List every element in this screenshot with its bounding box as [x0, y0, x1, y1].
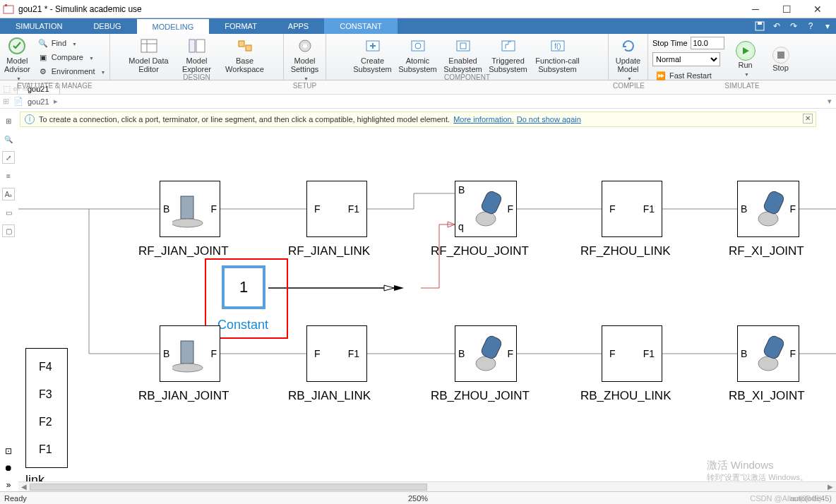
stop-icon — [772, 47, 789, 64]
tab-modeling[interactable]: MODELING — [137, 18, 210, 34]
stop-button[interactable]: Stop — [767, 45, 795, 72]
tab-apps[interactable]: APPS — [273, 18, 324, 34]
more-info-link[interactable]: More information. — [453, 115, 514, 124]
expand-icon[interactable]: » — [6, 480, 11, 490]
image-icon[interactable]: ▭ — [2, 206, 15, 219]
minimize-button[interactable]: ─ — [740, 1, 771, 18]
svg-rect-10 — [239, 41, 244, 47]
model-icon: 📄 — [13, 97, 23, 106]
play-icon — [736, 41, 756, 61]
maximize-button[interactable]: ☐ — [771, 1, 802, 18]
nav-collapse-icon[interactable]: ⊞ — [3, 97, 9, 106]
svg-rect-19 — [457, 41, 470, 51]
fast-restart-icon: ⏩ — [655, 70, 667, 81]
stop-time-input[interactable] — [691, 37, 724, 49]
menu-bar: SIMULATION DEBUG MODELING FORMAT APPS CO… — [0, 18, 836, 34]
tab-simulation[interactable]: SIMULATION — [0, 18, 78, 34]
hide-browser-icon[interactable]: ⊞ — [2, 114, 15, 127]
create-subsystem-button[interactable]: CreateSubsystem — [351, 35, 395, 73]
horizontal-scrollbar[interactable]: ◀▶ — [18, 481, 836, 491]
record-icon[interactable]: ⏺ — [4, 463, 13, 473]
ribbon: Model Advisor 🔍Find ▣Compare ⚙Environmen… — [0, 34, 836, 80]
function-call-subsystem-button[interactable]: f()Function-callSubsystem — [532, 35, 584, 73]
viewmark-icon[interactable]: ▢ — [2, 224, 15, 237]
svg-point-44 — [172, 364, 203, 372]
constant-block[interactable]: 1 — [222, 265, 265, 309]
environment-button[interactable]: ⚙Environment — [35, 65, 109, 78]
left-tool-rail: ⊞ 🔍 ⤢ ≡ Aₐ ▭ ▢ — [0, 112, 17, 237]
svg-point-47 — [758, 356, 778, 371]
atomic-subsystem-button[interactable]: AtomicSubsystem — [396, 35, 440, 73]
save-icon[interactable] — [751, 18, 768, 34]
svg-rect-43 — [181, 341, 193, 364]
rb-zhou-joint-label: RB_ZHOU_JOINT — [431, 389, 530, 403]
undo-icon[interactable]: ↶ — [768, 18, 785, 34]
side-frame-block[interactable]: F4 F3 F2 F1 — [25, 348, 68, 468]
compare-icon: ▣ — [37, 52, 49, 63]
breadcrumb[interactable]: gou21 — [28, 97, 49, 106]
canvas[interactable]: F4 F3 F2 F1 link BF RF_JIAN_JOINT FF1 RF… — [18, 138, 836, 491]
info-icon: i — [25, 114, 35, 124]
rb-jian-link-block[interactable]: FF1 — [306, 325, 367, 382]
tab-debug[interactable]: DEBUG — [78, 18, 136, 34]
rb-xi-joint-block[interactable]: BF — [737, 325, 799, 382]
rf-xi-joint-block[interactable]: BF — [737, 181, 799, 237]
status-zoom: 250% — [408, 494, 428, 503]
model-advisor-button[interactable]: Model Advisor — [4, 35, 30, 82]
sim-mode-select[interactable]: Normal — [652, 52, 720, 66]
banner-close-button[interactable]: ✕ — [803, 114, 813, 124]
model-explorer-button[interactable]: ModelExplorer — [175, 35, 219, 73]
svg-rect-48 — [763, 335, 786, 360]
update-model-button[interactable]: UpdateModel — [613, 35, 643, 82]
svg-rect-42 — [763, 190, 786, 215]
fast-restart-button[interactable]: ⏩Fast Restart — [652, 69, 724, 82]
constant-label: Constant — [217, 318, 268, 332]
zoom-tool-icon[interactable]: 🔍 — [2, 133, 15, 145]
annotation-icon[interactable]: Aₐ — [2, 188, 15, 200]
fit-view-icon[interactable]: ⤢ — [2, 151, 15, 164]
model-data-editor-button[interactable]: Model DataEditor — [127, 35, 171, 73]
rb-zhou-link-block[interactable]: FF1 — [602, 325, 662, 382]
compare-button[interactable]: ▣Compare — [35, 51, 109, 64]
redo-icon[interactable]: ↷ — [785, 18, 802, 34]
rf-zhou-joint-label: RF_ZHOU_JOINT — [431, 244, 529, 258]
csdn-watermark: CSDN @Allao(0645) — [750, 494, 822, 503]
tab-constant[interactable]: CONSTANT — [324, 18, 398, 34]
svg-rect-5 — [141, 40, 157, 52]
rf-jian-link-label: RF_JIAN_LINK — [288, 244, 370, 258]
model-settings-button[interactable]: ModelSettings — [288, 35, 321, 82]
rf-jian-link-block[interactable]: FF1 — [306, 181, 367, 237]
help-icon[interactable]: ? — [802, 18, 819, 34]
run-button[interactable]: Run — [732, 40, 760, 78]
dropdown-icon[interactable]: ▾ — [819, 18, 836, 34]
status-ready: Ready — [4, 494, 27, 503]
layers-icon[interactable]: ≡ — [2, 169, 15, 182]
svg-point-41 — [758, 212, 778, 226]
rf-zhou-joint-block[interactable]: BF q — [455, 181, 517, 237]
rf-zhou-link-block[interactable]: FF1 — [602, 181, 662, 237]
find-button[interactable]: 🔍Find — [35, 37, 109, 49]
sliders-icon: ⚙ — [37, 66, 49, 77]
svg-rect-37 — [181, 196, 193, 219]
view-dropdown[interactable]: ▾ — [828, 97, 832, 106]
enabled-subsystem-button[interactable]: EnabledSubsystem — [441, 35, 485, 73]
svg-point-13 — [303, 44, 307, 48]
close-button[interactable]: ✕ — [802, 1, 833, 18]
svg-rect-17 — [412, 41, 424, 51]
do-not-show-link[interactable]: Do not show again — [517, 115, 581, 124]
triggered-subsystem-button[interactable]: TriggeredSubsystem — [486, 35, 530, 73]
screenshot-icon[interactable]: ⊡ — [5, 446, 12, 456]
rf-jian-joint-label: RF_JIAN_JOINT — [138, 244, 229, 258]
svg-rect-3 — [758, 22, 762, 25]
info-banner: i To create a connection, click a port, … — [20, 112, 816, 127]
tab-format[interactable]: FORMAT — [209, 18, 273, 34]
rb-zhou-joint-block[interactable]: BF — [455, 325, 517, 382]
base-workspace-button[interactable]: BaseWorkspace — [223, 35, 267, 73]
svg-rect-8 — [189, 40, 195, 52]
svg-rect-11 — [246, 45, 251, 51]
rf-jian-joint-block[interactable]: BF — [160, 181, 220, 237]
search-icon: 🔍 — [37, 37, 49, 49]
rb-jian-joint-block[interactable]: BF — [160, 325, 220, 382]
status-bar: Ready 250% auto(ode45) — [0, 491, 836, 504]
rb-zhou-link-label: RB_ZHOU_LINK — [580, 389, 671, 403]
